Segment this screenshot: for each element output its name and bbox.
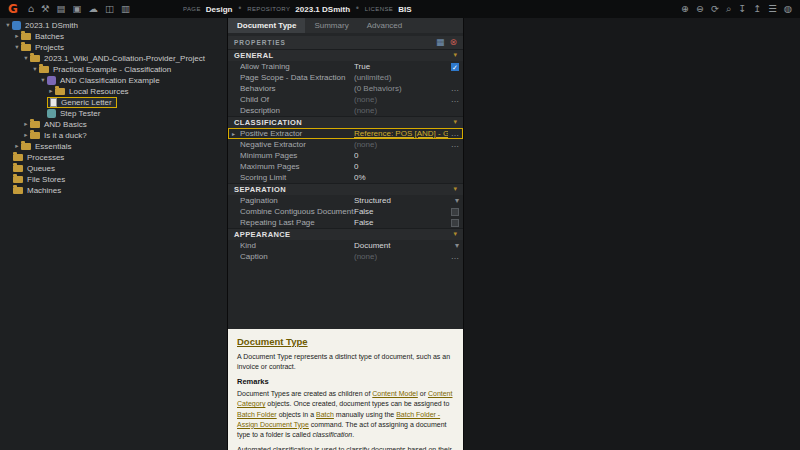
property-value[interactable]: (unlimited) bbox=[354, 73, 459, 82]
property-row-combine-contiguous-documents[interactable]: Combine Contiguous Documents False bbox=[228, 206, 463, 217]
expander-icon[interactable]: ▾ bbox=[4, 22, 12, 29]
ellipsis-button[interactable]: … bbox=[448, 253, 459, 261]
checkbox-checked-icon[interactable]: ✓ bbox=[451, 63, 459, 71]
add-icon[interactable]: ⊕ bbox=[681, 4, 689, 14]
chevron-down-icon[interactable]: ▾ bbox=[453, 186, 457, 193]
section-header-separation[interactable]: SEPARATION ▾ bbox=[228, 183, 463, 195]
property-row-behaviors[interactable]: Behaviors (0 Behaviors) … bbox=[228, 83, 463, 94]
section-header-classification[interactable]: CLASSIFICATION ▾ bbox=[228, 116, 463, 128]
tree-item-step-tester[interactable]: Step Tester bbox=[0, 108, 227, 119]
ellipsis-button[interactable]: … bbox=[448, 141, 459, 149]
expander-icon[interactable]: ▸ bbox=[13, 143, 21, 150]
ellipsis-button[interactable]: … bbox=[448, 130, 459, 138]
property-row-positive-extractor[interactable]: ▸ Positive Extractor Reference: POS [AND… bbox=[228, 128, 463, 139]
property-row-allow-training[interactable]: Allow Training True ✓ bbox=[228, 61, 463, 72]
expander-icon[interactable]: ▸ bbox=[22, 132, 30, 139]
tree-item-is-it-a-duck[interactable]: ▸ Is it a duck? bbox=[0, 130, 227, 141]
link-batch[interactable]: Batch bbox=[316, 411, 334, 418]
property-row-description[interactable]: Description (none) bbox=[228, 105, 463, 116]
property-row-minimum-pages[interactable]: Minimum Pages 0 bbox=[228, 150, 463, 161]
property-row-negative-extractor[interactable]: Negative Extractor (none) … bbox=[228, 139, 463, 150]
stats-icon[interactable]: ▥ bbox=[121, 4, 130, 14]
clear-icon[interactable]: ⊗ bbox=[449, 38, 457, 47]
property-row-repeating-last-page[interactable]: Repeating Last Page False bbox=[228, 217, 463, 228]
property-value[interactable]: (0 Behaviors) bbox=[354, 84, 448, 93]
tools-icon[interactable]: ⚒ bbox=[41, 4, 50, 14]
expander-icon[interactable]: ▸ bbox=[47, 88, 55, 95]
tree-item-wiki-project[interactable]: ▾ 2023.1_Wiki_AND-Collation-Provider_Pro… bbox=[0, 53, 227, 64]
tree-item-repository[interactable]: ▾ 2023.1 DSmith bbox=[0, 20, 227, 31]
property-value[interactable]: 0 bbox=[354, 162, 459, 171]
property-value[interactable]: False bbox=[354, 218, 448, 227]
property-value[interactable]: Structured bbox=[354, 196, 448, 205]
expander-icon[interactable]: ▸ bbox=[22, 121, 30, 128]
property-value[interactable]: Reference: POS [AND] - Gen... bbox=[354, 129, 448, 138]
download-icon[interactable]: ↧ bbox=[738, 4, 746, 14]
servers-icon[interactable]: ☰ bbox=[768, 4, 777, 14]
tree-item-and-classification-example[interactable]: ▾ AND Classification Example bbox=[0, 75, 227, 86]
property-row-child-of[interactable]: Child Of (none) … bbox=[228, 94, 463, 105]
tab-summary[interactable]: Summary bbox=[305, 18, 357, 33]
section-header-appearance[interactable]: APPEARANCE ▾ bbox=[228, 228, 463, 240]
tree-item-essentials[interactable]: ▸ Essentials bbox=[0, 141, 227, 152]
home-icon[interactable]: ⌂ bbox=[28, 4, 34, 14]
property-value[interactable]: 0% bbox=[354, 173, 459, 182]
expand-right-icon[interactable]: ▸ bbox=[232, 131, 240, 137]
vault-icon[interactable]: ▣ bbox=[72, 4, 81, 14]
tree-item-machines[interactable]: Machines bbox=[0, 185, 227, 196]
page-value[interactable]: Design bbox=[206, 5, 233, 14]
chevron-down-icon[interactable]: ▾ bbox=[453, 119, 457, 126]
tree-item-projects[interactable]: ▾ Projects bbox=[0, 42, 227, 53]
property-row-caption[interactable]: Caption (none) … bbox=[228, 251, 463, 262]
expander-icon[interactable]: ▸ bbox=[13, 33, 21, 40]
tree-item-practical-example[interactable]: ▾ Practical Example - Classification bbox=[0, 64, 227, 75]
property-row-maximum-pages[interactable]: Maximum Pages 0 bbox=[228, 161, 463, 172]
chevron-down-icon[interactable]: ▾ bbox=[453, 52, 457, 59]
tab-advanced[interactable]: Advanced bbox=[358, 18, 412, 33]
ellipsis-button[interactable]: … bbox=[448, 85, 459, 93]
tree-item-and-basics[interactable]: ▸ AND Basics bbox=[0, 119, 227, 130]
tree-item-queues[interactable]: Queues bbox=[0, 163, 227, 174]
property-value[interactable]: (none) bbox=[354, 140, 448, 149]
expander-icon[interactable]: ▾ bbox=[13, 44, 21, 51]
property-value[interactable]: False bbox=[354, 207, 448, 216]
tree-item-generic-letter[interactable]: Generic Letter bbox=[0, 97, 227, 108]
license-value[interactable]: BIS bbox=[398, 5, 411, 14]
batches-icon[interactable]: ▤ bbox=[56, 4, 65, 14]
property-row-page-scope[interactable]: Page Scope - Data Extraction (unlimited) bbox=[228, 72, 463, 83]
tree-item-file-stores[interactable]: File Stores bbox=[0, 174, 227, 185]
link-batch-folder[interactable]: Batch Folder bbox=[237, 411, 277, 418]
briefcase-icon[interactable]: ◫ bbox=[105, 4, 114, 14]
tree-item-processes[interactable]: Processes bbox=[0, 152, 227, 163]
property-value[interactable]: (none) bbox=[354, 252, 448, 261]
cloud-icon[interactable]: ☁ bbox=[88, 4, 98, 14]
dropdown-icon[interactable]: ▾ bbox=[448, 242, 459, 250]
property-value[interactable]: Document bbox=[354, 241, 448, 250]
property-value[interactable]: 0 bbox=[354, 151, 459, 160]
section-header-general[interactable]: GENERAL ▾ bbox=[228, 49, 463, 61]
globe-icon[interactable]: ◍ bbox=[784, 4, 792, 14]
record-icon[interactable]: ⊖ bbox=[696, 4, 704, 14]
search-icon[interactable]: ⌕ bbox=[726, 4, 731, 14]
repository-value[interactable]: 2023.1 DSmith bbox=[295, 5, 350, 14]
grid-view-icon[interactable]: ▦ bbox=[436, 38, 445, 47]
property-value[interactable]: (none) bbox=[354, 95, 448, 104]
tree-item-local-resources[interactable]: ▸ Local Resources bbox=[0, 86, 227, 97]
expander-icon[interactable]: ▾ bbox=[22, 55, 30, 62]
property-value[interactable]: True bbox=[354, 62, 448, 71]
checkbox-unchecked-icon[interactable] bbox=[451, 219, 459, 227]
checkbox-unchecked-icon[interactable] bbox=[451, 208, 459, 216]
property-row-pagination[interactable]: Pagination Structured ▾ bbox=[228, 195, 463, 206]
chevron-down-icon[interactable]: ▾ bbox=[453, 231, 457, 238]
property-row-kind[interactable]: Kind Document ▾ bbox=[228, 240, 463, 251]
tab-document-type[interactable]: Document Type bbox=[228, 18, 305, 33]
expander-icon[interactable]: ▾ bbox=[39, 77, 47, 84]
property-value[interactable]: (none) bbox=[354, 106, 459, 115]
expander-icon[interactable]: ▾ bbox=[31, 66, 39, 73]
refresh-icon[interactable]: ⟳ bbox=[711, 4, 719, 14]
upload-icon[interactable]: ↥ bbox=[753, 4, 761, 14]
tree-item-batches[interactable]: ▸ Batches bbox=[0, 31, 227, 42]
link-content-model[interactable]: Content Model bbox=[372, 390, 418, 397]
property-row-scoring-limit[interactable]: Scoring Limit 0% bbox=[228, 172, 463, 183]
ellipsis-button[interactable]: … bbox=[448, 96, 459, 104]
